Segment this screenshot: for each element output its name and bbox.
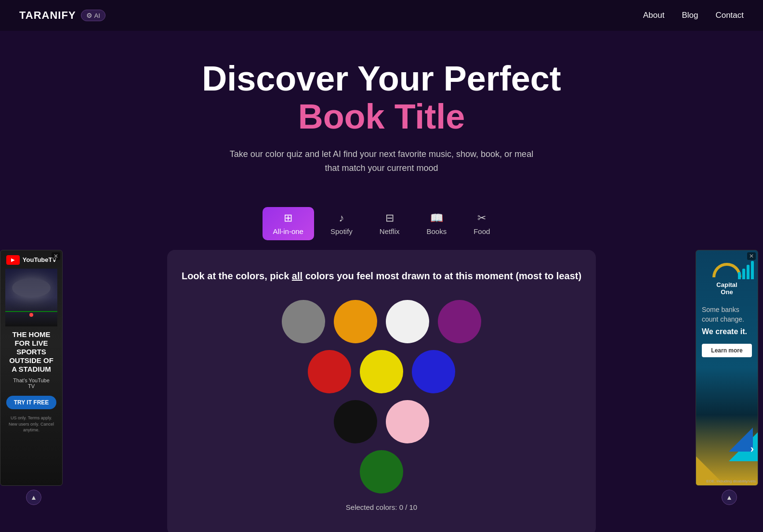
cap-bar-3 (747, 265, 750, 279)
gear-icon: ⚙ (86, 12, 92, 19)
navbar: TARANIFY ⚙ AI About Blog Contact (0, 0, 763, 31)
ad-stadium-image (5, 269, 57, 326)
instruction-before: Look at the colors, pick (182, 271, 292, 281)
ad-scroll-left: ▲ (0, 490, 67, 505)
nav-contact[interactable]: Contact (715, 11, 744, 20)
tab-books[interactable]: 📖 Books (416, 207, 458, 240)
brand-name: TARANIFY (19, 9, 76, 22)
color-black[interactable] (334, 400, 377, 443)
tab-food[interactable]: ✂ Food (463, 207, 500, 240)
color-row-4 (360, 450, 403, 493)
hero-section: Discover Your Perfect Book Title Take ou… (0, 31, 763, 190)
nav-links: About Blog Contact (643, 11, 744, 20)
color-pink[interactable] (386, 400, 429, 443)
color-row-3 (334, 400, 429, 443)
tab-netflix[interactable]: ⊟ Netflix (369, 207, 410, 240)
brand: TARANIFY ⚙ AI (19, 9, 105, 22)
color-orange[interactable] (334, 300, 377, 343)
all-in-one-icon: ⊞ (284, 212, 292, 224)
green-line (5, 311, 57, 312)
tab-all-in-one-label: All-in-one (273, 227, 303, 235)
quiz-instruction: Look at the colors, pick all colors you … (182, 269, 581, 283)
capital-one-learn-button[interactable]: Learn more (702, 344, 752, 357)
tabs-container: ⊞ All-in-one ♪ Spotify ⊟ Netflix 📖 Books… (0, 207, 763, 240)
cap-disclaimer: EOE, including disability/vets (706, 479, 756, 483)
main-content: Look at the colors, pick all colors you … (67, 250, 696, 532)
hero-title-pink: Book Title (10, 98, 753, 136)
ad-yt-content: ▶ YouTubeTV THE HOME FOR LIVE SPORTS OUT… (0, 250, 62, 441)
youtube-icon: ▶ (6, 255, 20, 265)
tab-netflix-label: Netflix (380, 227, 400, 235)
hero-subtitle-line2: that match your current mood (325, 163, 438, 173)
cap-graphic-area: › (696, 408, 758, 461)
ad-disclaimer: US only. Terms apply. New users only. Ca… (5, 412, 57, 436)
selected-count: Selected colors: 0 / 10 (182, 503, 581, 516)
ad-sub-tagline: That's YouTube TV (5, 377, 57, 393)
color-green[interactable] (360, 450, 403, 493)
color-white[interactable] (386, 300, 429, 343)
cap-bar-1 (738, 272, 741, 279)
tab-spotify-label: Spotify (330, 227, 353, 235)
nav-about[interactable]: About (643, 11, 664, 20)
cap-arrow-icon: › (750, 443, 754, 455)
netflix-icon: ⊟ (385, 212, 394, 224)
ad-tagline: THE HOME FOR LIVE SPORTS OUTSIDE OF A ST… (5, 326, 57, 377)
color-row-1 (282, 300, 481, 343)
hero-title-white: Discover Your Perfect (10, 60, 753, 98)
red-dot (29, 313, 33, 317)
ai-label: AI (94, 12, 100, 19)
color-red[interactable] (308, 350, 351, 393)
cap-bar-4 (751, 261, 754, 279)
nav-blog[interactable]: Blog (682, 11, 698, 20)
ad-try-button[interactable]: TRY IT FREE (6, 396, 57, 409)
capital-one-logo-text: CapitalOne (702, 281, 752, 296)
cap-triangle-blue (729, 428, 753, 452)
hero-subtitle-line1: Take our color quiz and let AI find your… (230, 149, 533, 159)
capital-one-tagline: Some banks count change. (702, 305, 752, 324)
ad-left: ✕ ▶ YouTubeTV THE HOME FOR LIVE SPORTS O… (0, 250, 67, 505)
books-icon: 📖 (430, 212, 443, 224)
color-grid (182, 300, 581, 493)
quiz-card: Look at the colors, pick all colors you … (167, 250, 596, 532)
tab-food-label: Food (474, 227, 490, 235)
capital-one-tagline-bold: We create it. (702, 327, 752, 337)
page-layout: ✕ ▶ YouTubeTV THE HOME FOR LIVE SPORTS O… (0, 250, 763, 532)
color-purple[interactable] (438, 300, 481, 343)
instruction-after: colors you feel most drawn to at this mo… (303, 271, 581, 281)
color-yellow[interactable] (360, 350, 403, 393)
tab-books-label: Books (427, 227, 447, 235)
ad-left-box: ✕ ▶ YouTubeTV THE HOME FOR LIVE SPORTS O… (0, 250, 63, 486)
color-row-2 (308, 350, 455, 393)
cap-bar-2 (742, 269, 745, 279)
scroll-up-button-left[interactable]: ▲ (26, 490, 41, 505)
ad-yt-logo: ▶ YouTubeTV (5, 255, 57, 265)
food-icon: ✂ (477, 212, 486, 224)
tab-all-in-one[interactable]: ⊞ All-in-one (263, 207, 314, 240)
ai-badge: ⚙ AI (81, 10, 105, 21)
spotify-icon: ♪ (339, 212, 344, 224)
stadium-lights (12, 278, 51, 298)
tab-spotify[interactable]: ♪ Spotify (320, 207, 363, 240)
ad-scroll-right: ▲ (696, 490, 763, 505)
cap-bar-chart (738, 260, 754, 279)
color-gray[interactable] (282, 300, 325, 343)
instruction-underline: all (292, 271, 303, 281)
capital-one-arc (712, 263, 741, 277)
ad-right-box: ✕ CapitalOne Some banks count change. We… (696, 250, 758, 486)
ad-close-right[interactable]: ✕ (747, 252, 756, 260)
scroll-up-button-right[interactable]: ▲ (722, 490, 737, 505)
ad-close-left[interactable]: ✕ (52, 252, 60, 260)
color-blue[interactable] (412, 350, 455, 393)
hero-subtitle: Take our color quiz and let AI find your… (10, 147, 753, 175)
ad-right: ✕ CapitalOne Some banks count change. We… (696, 250, 763, 505)
